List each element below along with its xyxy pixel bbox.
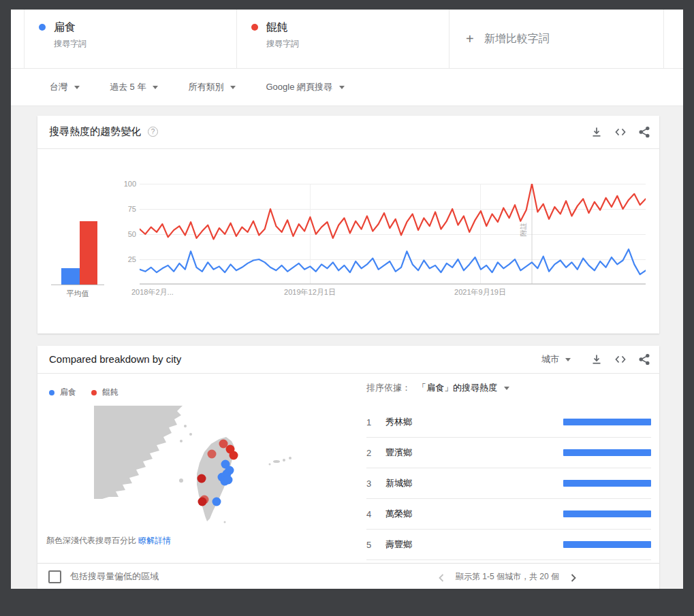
download-icon[interactable]	[590, 353, 603, 366]
term-color-dot	[251, 24, 258, 31]
trend-panel-header: 搜尋熱度的趨勢變化 ?	[37, 116, 659, 149]
interest-over-time-panel: 搜尋熱度的趨勢變化 ? 平均值 100 75	[37, 116, 659, 334]
filter-label: 過去 5 年	[110, 81, 146, 93]
term-color-dot	[39, 24, 46, 31]
plus-icon: +	[466, 32, 474, 46]
average-axis-line	[51, 285, 104, 285]
learn-more-link[interactable]: 瞭解詳情	[138, 536, 171, 545]
sort-row: 排序依據： 「扁食」的搜尋熱度	[366, 382, 509, 394]
comparison-terms-bar: 扁食 搜尋字詞 餛飩 搜尋字詞 + 新增比較字詞	[11, 10, 683, 69]
filter-category-dropdown[interactable]: 所有類別	[188, 81, 236, 93]
filter-region-dropdown[interactable]: 台灣	[50, 81, 80, 93]
city-name-cell: 新城鄉	[385, 477, 563, 489]
add-comparison-term-button[interactable]: + 新增比較字詞	[449, 10, 664, 68]
city-name-cell: 壽豐鄉	[385, 538, 563, 551]
table-row[interactable]: 1 秀林鄉	[366, 407, 651, 438]
rank-cell: 5	[366, 540, 385, 550]
rank-cell: 3	[366, 479, 385, 489]
rank-cell: 4	[366, 509, 385, 519]
table-row[interactable]: 3 新城鄉	[366, 468, 651, 499]
chevron-down-icon	[74, 86, 80, 89]
geo-unit-label: 城市	[541, 353, 559, 366]
chevron-down-icon	[153, 86, 158, 89]
x-tick-0: 2018年2月...	[131, 287, 174, 297]
filter-label: 所有類別	[188, 81, 223, 93]
embed-code-icon[interactable]	[614, 353, 627, 366]
value-bar	[563, 419, 651, 425]
y-tick-50: 50	[116, 230, 136, 238]
include-low-volume-checkbox[interactable]: 包括搜尋量偏低的區域	[48, 564, 159, 589]
value-bar	[563, 510, 651, 517]
city-breakdown-panel: Compared breakdown by city 城市	[37, 346, 659, 589]
map-dot	[224, 476, 233, 485]
map-dot	[208, 450, 217, 459]
x-tick-1: 2019年12月1日	[262, 287, 358, 297]
legend-color-dot	[49, 390, 54, 395]
chevron-down-icon	[504, 387, 509, 390]
term-label: 餛飩	[266, 20, 299, 34]
checkbox-icon[interactable]	[48, 570, 61, 583]
download-icon[interactable]	[590, 126, 603, 138]
filter-bar: 台灣 過去 5 年 所有類別 Google 網頁搜尋	[11, 69, 683, 106]
table-row[interactable]: 2 豐濱鄉	[366, 438, 651, 468]
city-panel-actions: 城市	[541, 346, 650, 373]
chevron-right-icon[interactable]	[570, 572, 577, 581]
term-card-0[interactable]: 扁食 搜尋字詞	[24, 10, 236, 68]
trend-line-扁食	[140, 249, 646, 274]
term-sublabel: 搜尋字詞	[54, 38, 86, 50]
annotation-label: 附註	[519, 218, 529, 236]
legend-item-term1: 餛飩	[91, 387, 119, 398]
rank-cell: 1	[366, 417, 385, 427]
y-tick-25: 25	[116, 255, 136, 263]
filter-label: 台灣	[50, 81, 67, 93]
map-dot	[212, 498, 221, 506]
value-bar	[563, 449, 651, 456]
pagination-label: 顯示第 1-5 個城市，共 20 個	[456, 571, 559, 583]
chevron-down-icon	[565, 358, 571, 361]
add-term-label: 新增比較字詞	[484, 32, 550, 46]
legend-color-dot	[91, 390, 97, 395]
map-dot	[198, 474, 206, 483]
filter-label: Google 網頁搜尋	[266, 81, 332, 93]
trend-panel-title: 搜尋熱度的趨勢變化 ?	[49, 125, 158, 138]
chevron-left-icon[interactable]	[438, 572, 445, 581]
value-bar	[563, 541, 651, 548]
term-sublabel: 搜尋字詞	[266, 38, 299, 50]
mainland-landmass	[94, 406, 183, 499]
average-bar-term0	[61, 268, 80, 285]
rank-cell: 2	[366, 448, 385, 458]
city-name-cell: 秀林鄉	[385, 416, 563, 428]
share-icon[interactable]	[638, 126, 650, 138]
trend-line-chart[interactable]	[140, 184, 646, 285]
y-tick-100: 100	[116, 180, 136, 188]
city-panel-header: Compared breakdown by city 城市	[37, 346, 659, 374]
filter-timerange-dropdown[interactable]: 過去 5 年	[110, 81, 158, 93]
pagination: 顯示第 1-5 個城市，共 20 個	[438, 564, 577, 589]
map-dot	[230, 451, 238, 460]
table-row[interactable]: 4 萬榮鄉	[366, 499, 651, 530]
term-card-1[interactable]: 餛飩 搜尋字詞	[236, 10, 449, 68]
term-label: 扁食	[54, 20, 86, 34]
city-name-cell: 萬榮鄉	[385, 508, 563, 520]
geo-unit-dropdown[interactable]: 城市	[541, 353, 571, 366]
checkbox-label: 包括搜尋量偏低的區域	[70, 570, 159, 583]
page-content: 扁食 搜尋字詞 餛飩 搜尋字詞 + 新增比較字詞 台灣 過去 5 年	[11, 10, 683, 589]
help-icon[interactable]: ?	[148, 127, 158, 137]
trend-panel-actions	[590, 116, 650, 148]
chevron-down-icon	[339, 86, 345, 89]
sort-dropdown[interactable]: 「扁食」的搜尋熱度	[417, 382, 509, 394]
city-rank-list: 1 秀林鄉 2 豐濱鄉 3 新城鄉 4 萬榮鄉 5 壽豐鄉	[366, 407, 651, 560]
share-icon[interactable]	[638, 353, 650, 366]
table-row[interactable]: 5 壽豐鄉	[366, 530, 651, 560]
taiwan-map[interactable]	[82, 402, 306, 538]
average-bar-chart[interactable]	[51, 184, 106, 285]
trend-line-餛飩	[140, 184, 646, 239]
y-tick-75: 75	[116, 205, 136, 213]
city-name-cell: 豐濱鄉	[385, 447, 563, 459]
embed-code-icon[interactable]	[614, 126, 627, 138]
average-bar-term1	[80, 221, 97, 285]
comparison-cards: 扁食 搜尋字詞 餛飩 搜尋字詞 + 新增比較字詞	[24, 10, 664, 68]
filter-searchtype-dropdown[interactable]: Google 網頁搜尋	[266, 81, 345, 93]
city-panel-footer: 包括搜尋量偏低的區域 顯示第 1-5 個城市，共 20 個	[37, 563, 659, 589]
x-tick-2: 2021年9月19日	[432, 287, 528, 297]
